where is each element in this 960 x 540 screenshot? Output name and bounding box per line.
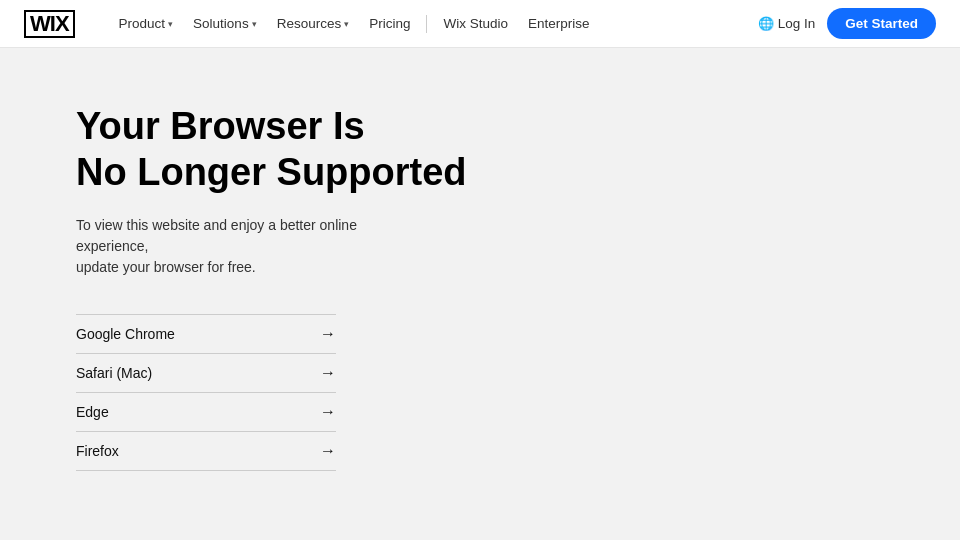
nav-pricing[interactable]: Pricing xyxy=(361,12,418,35)
nav-solutions[interactable]: Solutions ▾ xyxy=(185,12,265,35)
title-line-1: Your Browser Is xyxy=(76,105,365,147)
chevron-down-icon: ▾ xyxy=(252,19,257,29)
main-content: Your Browser Is No Longer Supported To v… xyxy=(0,48,960,511)
nav-right: 🌐 Log In Get Started xyxy=(758,8,936,39)
browser-name: Firefox xyxy=(76,443,119,459)
nav-divider xyxy=(426,15,427,33)
browser-item-chrome[interactable]: Google Chrome → xyxy=(76,314,336,353)
chevron-down-icon: ▾ xyxy=(168,19,173,29)
browser-name: Google Chrome xyxy=(76,326,175,342)
arrow-icon: → xyxy=(320,325,336,343)
wix-logo[interactable]: WIX xyxy=(24,10,75,38)
page-title: Your Browser Is No Longer Supported xyxy=(76,104,960,195)
browser-item-safari[interactable]: Safari (Mac) → xyxy=(76,353,336,392)
globe-icon: 🌐 xyxy=(758,16,774,31)
browser-list: Google Chrome → Safari (Mac) → Edge → Fi… xyxy=(76,314,336,471)
arrow-icon: → xyxy=(320,364,336,382)
browser-item-edge[interactable]: Edge → xyxy=(76,392,336,431)
nav-links: Product ▾ Solutions ▾ Resources ▾ Pricin… xyxy=(111,12,734,35)
nav-product[interactable]: Product ▾ xyxy=(111,12,182,35)
get-started-button[interactable]: Get Started xyxy=(827,8,936,39)
login-label: Log In xyxy=(778,16,816,31)
login-link[interactable]: 🌐 Log In xyxy=(758,16,816,31)
nav-wix-studio[interactable]: Wix Studio xyxy=(435,12,516,35)
browser-name: Edge xyxy=(76,404,109,420)
browser-name: Safari (Mac) xyxy=(76,365,152,381)
navbar: WIX Product ▾ Solutions ▾ Resources ▾ Pr… xyxy=(0,0,960,48)
arrow-icon: → xyxy=(320,442,336,460)
arrow-icon: → xyxy=(320,403,336,421)
nav-enterprise[interactable]: Enterprise xyxy=(520,12,598,35)
nav-resources[interactable]: Resources ▾ xyxy=(269,12,358,35)
browser-item-firefox[interactable]: Firefox → xyxy=(76,431,336,471)
title-line-2: No Longer Supported xyxy=(76,151,467,193)
chevron-down-icon: ▾ xyxy=(344,19,349,29)
page-subtitle: To view this website and enjoy a better … xyxy=(76,215,416,278)
